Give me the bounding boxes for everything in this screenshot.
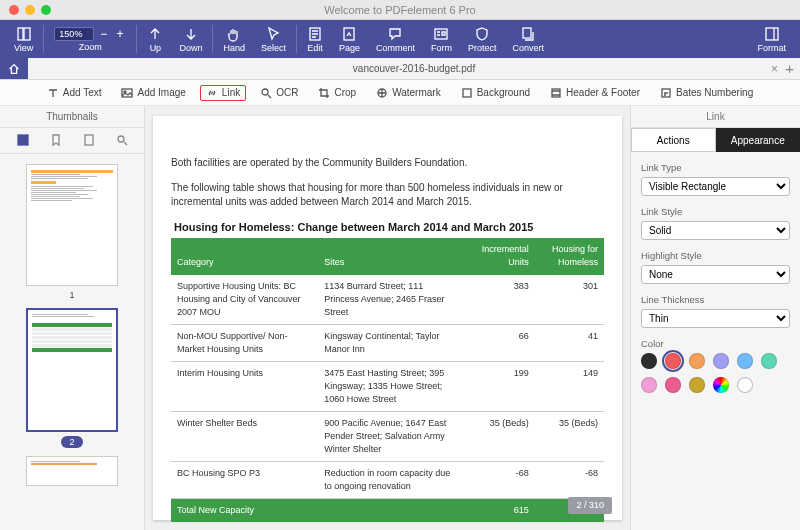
close-window-button[interactable] — [9, 5, 19, 15]
header-footer-icon — [550, 87, 562, 99]
convert-button[interactable]: Convert — [505, 24, 553, 55]
thumbnail-page-2[interactable] — [26, 308, 118, 432]
edit-sub-toolbar: Add Text Add Image Link OCR Crop Waterma… — [0, 80, 800, 106]
document-canvas[interactable]: Both facilities are operated by the Comm… — [145, 106, 630, 530]
color-swatch[interactable] — [737, 353, 753, 369]
thumbnails-view-tabs — [0, 128, 144, 154]
new-tab-button[interactable]: + — [785, 60, 794, 77]
color-swatch[interactable] — [737, 377, 753, 393]
add-text-button[interactable]: Add Text — [41, 85, 108, 101]
zoom-in-button[interactable]: + — [113, 27, 126, 41]
svg-rect-12 — [552, 89, 560, 97]
highlight-style-select[interactable]: None — [641, 265, 790, 284]
table-row: Interim Housing Units3475 East Hasting S… — [171, 361, 604, 411]
color-swatch[interactable] — [713, 377, 729, 393]
thumbnails-title: Thumbnails — [0, 106, 144, 128]
color-swatch[interactable] — [713, 353, 729, 369]
hand-button[interactable]: Hand — [215, 24, 253, 55]
search-tab[interactable] — [115, 133, 129, 149]
thumbnail-view-tab[interactable] — [16, 133, 30, 149]
zoom-select[interactable]: 150% — [54, 27, 94, 41]
link-type-select[interactable]: Visible Rectangle — [641, 177, 790, 196]
page-counter: 2 / 310 — [568, 497, 612, 514]
color-swatch[interactable] — [665, 353, 681, 369]
color-swatch[interactable] — [641, 377, 657, 393]
svg-point-16 — [118, 136, 124, 142]
arrow-down-icon — [183, 26, 199, 42]
header-footer-button[interactable]: Header & Footer — [544, 85, 646, 101]
tab-close-button[interactable]: × — [771, 62, 778, 76]
color-swatch[interactable] — [689, 377, 705, 393]
attachments-view-tab[interactable] — [82, 133, 96, 149]
ocr-button[interactable]: OCR — [254, 85, 304, 101]
zoom-group: 150% − + Zoom — [46, 25, 134, 54]
color-swatch[interactable] — [665, 377, 681, 393]
thumbnail-page-1[interactable] — [26, 164, 118, 286]
link-properties-panel: Link Actions Appearance Link TypeVisible… — [630, 106, 800, 530]
add-image-button[interactable]: Add Image — [115, 85, 191, 101]
table-row: Non-MOU Supportive/ Non-Market Housing U… — [171, 324, 604, 361]
form-button[interactable]: Form — [423, 24, 460, 55]
view-icon — [16, 26, 32, 42]
edit-button[interactable]: Edit — [299, 24, 331, 55]
table-title: Housing for Homeless: Change between Mar… — [174, 220, 604, 236]
page-button[interactable]: Page — [331, 24, 368, 55]
up-button[interactable]: Up — [139, 24, 171, 55]
color-swatch[interactable] — [641, 353, 657, 369]
bates-numbering-button[interactable]: Bates Numbering — [654, 85, 759, 101]
color-swatches — [641, 353, 790, 393]
minimize-window-button[interactable] — [25, 5, 35, 15]
format-button[interactable]: Format — [749, 24, 794, 55]
arrow-up-icon — [147, 26, 163, 42]
page-content: Both facilities are operated by the Comm… — [153, 116, 622, 520]
thumbnails-list: 1 2 — [0, 154, 144, 530]
background-icon — [461, 87, 473, 99]
crop-button[interactable]: Crop — [312, 85, 362, 101]
color-label: Color — [641, 338, 790, 349]
maximize-window-button[interactable] — [41, 5, 51, 15]
bookmark-view-tab[interactable] — [49, 133, 63, 149]
home-button[interactable] — [0, 58, 28, 79]
comment-button[interactable]: Comment — [368, 24, 423, 55]
watermark-button[interactable]: Watermark — [370, 85, 447, 101]
line-thickness-select[interactable]: Thin — [641, 309, 790, 328]
zoom-out-button[interactable]: − — [97, 27, 110, 41]
document-tab[interactable]: vancouver-2016-budget.pdf — [28, 63, 800, 74]
document-tab-bar: vancouver-2016-budget.pdf × + — [28, 58, 800, 79]
color-swatch[interactable] — [689, 353, 705, 369]
paragraph-2: The following table shows that housing f… — [171, 181, 604, 210]
page-icon — [341, 26, 357, 42]
tab-actions[interactable]: Actions — [631, 128, 716, 152]
background-button[interactable]: Background — [455, 85, 536, 101]
line-thickness-label: Line Thickness — [641, 294, 790, 305]
cursor-icon — [265, 26, 281, 42]
thumbnail-label-1: 1 — [69, 290, 74, 300]
svg-rect-6 — [766, 28, 778, 40]
link-style-select[interactable]: Solid — [641, 221, 790, 240]
table-row: Supportive Housing Units: BC Housing and… — [171, 275, 604, 325]
protect-button[interactable]: Protect — [460, 24, 505, 55]
svg-rect-15 — [85, 135, 93, 145]
view-button[interactable]: View — [6, 24, 41, 55]
tab-appearance[interactable]: Appearance — [716, 128, 801, 152]
bates-icon — [660, 87, 672, 99]
ocr-icon — [260, 87, 272, 99]
svg-point-9 — [262, 89, 268, 95]
table-row: BC Housing SPO P3Reduction in room capac… — [171, 462, 604, 499]
select-button[interactable]: Select — [253, 24, 294, 55]
svg-rect-1 — [24, 28, 30, 40]
panel-title: Link — [631, 106, 800, 128]
housing-table: Category Sites Incremental Units Housing… — [171, 238, 604, 522]
thumbnail-label-2: 2 — [61, 436, 82, 448]
svg-rect-14 — [18, 135, 28, 145]
tab-section: vancouver-2016-budget.pdf × + — [0, 58, 800, 80]
main-toolbar: View 150% − + Zoom Up Down Hand Select E… — [0, 20, 800, 58]
down-button[interactable]: Down — [171, 24, 210, 55]
image-icon — [121, 87, 133, 99]
color-swatch[interactable] — [761, 353, 777, 369]
svg-rect-0 — [18, 28, 23, 40]
paragraph-1: Both facilities are operated by the Comm… — [171, 156, 604, 171]
link-button[interactable]: Link — [200, 85, 246, 101]
thumbnail-page-3[interactable] — [26, 456, 118, 486]
text-icon — [47, 87, 59, 99]
